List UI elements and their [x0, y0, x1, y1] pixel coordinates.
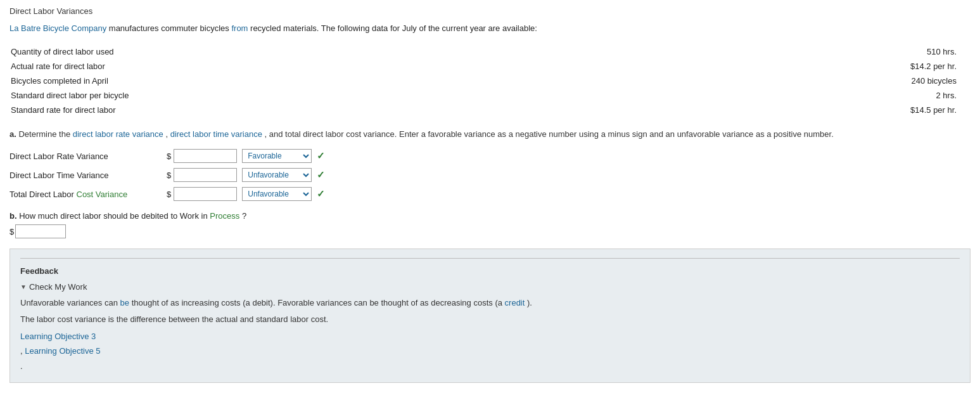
- row-label-3: Bicycles completed in April: [11, 74, 634, 87]
- variance-section: Direct Labor Rate Variance $ Favorable U…: [10, 149, 970, 201]
- check-my-work-label: ▼ Check My Work: [20, 282, 960, 292]
- time-variance-row: Direct Labor Time Variance $ Favorable U…: [10, 168, 970, 182]
- row-value-2: $14.2 per hr.: [635, 60, 969, 73]
- rate-variance-input-wrap: $: [167, 149, 237, 163]
- row-label-1: Quantity of direct labor used: [11, 45, 634, 58]
- table-row: Standard direct labor per bicycle 2 hrs.: [11, 89, 969, 102]
- table-row: Bicycles completed in April 240 bicycles: [11, 74, 969, 87]
- learning-objective-5-link[interactable]: Learning Objective 5: [25, 346, 100, 356]
- row-value-3: 240 bicycles: [635, 74, 969, 87]
- total-check-icon: ✓: [317, 188, 325, 200]
- feedback-box: Feedback ▼ Check My Work Unfavorable var…: [10, 249, 970, 383]
- total-variance-dropdown[interactable]: Favorable Unfavorable: [242, 187, 312, 201]
- feedback-separator: [20, 258, 960, 259]
- data-table: Quantity of direct labor used 510 hrs. A…: [10, 44, 970, 118]
- intro-company: La Batre Bicycle Company: [10, 23, 106, 33]
- total-variance-input-wrap: $: [167, 187, 237, 201]
- rate-dollar-sign: $: [167, 152, 171, 161]
- feedback-title: Feedback: [20, 266, 960, 276]
- feedback-links: Learning Objective 3 , Learning Objectiv…: [20, 329, 960, 373]
- total-variance-row: Total Direct Labor Cost Variance $ Favor…: [10, 187, 970, 201]
- row-label-2: Actual rate for direct labor: [11, 60, 634, 73]
- rate-check-icon: ✓: [317, 150, 325, 162]
- time-dollar-sign: $: [167, 171, 171, 180]
- time-variance-input[interactable]: [174, 168, 237, 182]
- total-dollar-sign: $: [167, 190, 171, 199]
- time-variance-label: Direct Labor Time Variance: [10, 171, 162, 180]
- intro-text: La Batre Bicycle Company manufactures co…: [10, 22, 970, 35]
- part-b-section: b. How much direct labor should be debit…: [10, 211, 970, 238]
- part-b-question: b. How much direct labor should be debit…: [10, 211, 970, 221]
- part-b-input-wrap: $: [10, 224, 970, 238]
- feedback-line-2: The labor cost variance is the differenc…: [20, 313, 960, 326]
- part-a-instruction: a. Determine the direct labor rate varia…: [10, 128, 970, 141]
- rate-variance-link: direct labor rate variance: [73, 129, 163, 139]
- learning-objective-3-link[interactable]: Learning Objective 3: [20, 332, 96, 341]
- feedback-line-1: Unfavorable variances can be thought of …: [20, 297, 960, 309]
- table-row: Quantity of direct labor used 510 hrs.: [11, 45, 969, 58]
- time-check-icon: ✓: [317, 169, 325, 181]
- process-text: Process: [210, 211, 239, 221]
- time-variance-link: direct labor time variance: [170, 129, 262, 139]
- part-b-input[interactable]: [15, 224, 66, 238]
- row-value-5: $14.5 per hr.: [635, 103, 969, 117]
- row-value-4: 2 hrs.: [635, 89, 969, 102]
- total-variance-input[interactable]: [174, 187, 237, 201]
- total-variance-label: Total Direct Labor Cost Variance: [10, 190, 162, 199]
- rate-variance-row: Direct Labor Rate Variance $ Favorable U…: [10, 149, 970, 163]
- row-value-1: 510 hrs.: [635, 45, 969, 58]
- page-title: Direct Labor Variances: [10, 6, 970, 16]
- row-label-5: Standard rate for direct labor: [11, 103, 634, 117]
- time-variance-dropdown[interactable]: Favorable Unfavorable: [242, 168, 312, 182]
- triangle-icon: ▼: [20, 283, 27, 290]
- table-row: Actual rate for direct labor $14.2 per h…: [11, 60, 969, 73]
- time-variance-input-wrap: $: [167, 168, 237, 182]
- row-label-4: Standard direct labor per bicycle: [11, 89, 634, 102]
- part-b-dollar-sign: $: [10, 227, 14, 236]
- intro-from: from: [231, 23, 248, 33]
- rate-variance-input[interactable]: [174, 149, 237, 163]
- rate-variance-dropdown[interactable]: Favorable Unfavorable: [242, 149, 312, 163]
- table-row: Standard rate for direct labor $14.5 per…: [11, 103, 969, 117]
- rate-variance-label: Direct Labor Rate Variance: [10, 152, 162, 161]
